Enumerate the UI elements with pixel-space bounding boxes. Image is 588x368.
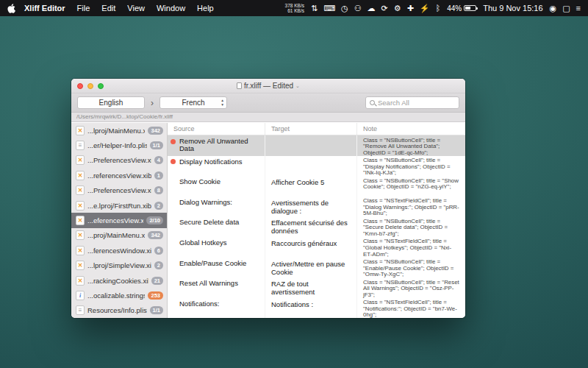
table-row[interactable]: Display NotificationsClass = "NSButtonCe… — [168, 156, 465, 177]
target-cell[interactable]: Notifications : — [265, 298, 357, 318]
power-icon[interactable]: ⚡ — [420, 0, 430, 16]
menu-item-view[interactable]: View — [127, 4, 145, 13]
network-throughput[interactable]: 378 KB/s 61 KB/s — [285, 3, 304, 14]
network-up-speed: 378 KB/s — [285, 3, 304, 9]
keyboard-icon[interactable]: ⌨ — [323, 0, 335, 16]
menu-item-help[interactable]: Help — [197, 4, 214, 13]
network-down-speed: 61 KB/s — [285, 8, 304, 14]
search-field[interactable] — [365, 96, 459, 109]
notification-center-icon[interactable]: ≡ — [576, 0, 581, 16]
user-icon[interactable]: ⚇ — [354, 0, 362, 16]
menu-bar-menus: FileEditViewWindowHelp — [77, 4, 214, 13]
column-header-note[interactable]: Note — [357, 125, 465, 132]
sidebar-item-badge: 253 — [148, 291, 163, 300]
sidebar-item[interactable]: ✕...PreferencesView.xib8 — [71, 183, 167, 198]
table-row[interactable]: Dialog Warnings:Avertissements de dialog… — [168, 197, 465, 217]
minimize-button[interactable] — [87, 83, 93, 89]
table-row[interactable]: Show CookieAfficher Cookie 5Class = "NSB… — [168, 176, 465, 197]
table-row[interactable]: Notifications:Notifications :Class = "NS… — [168, 298, 465, 318]
table-row[interactable]: Global HotkeysRaccourcis générauxClass =… — [168, 237, 465, 258]
sidebar-item[interactable]: ✕...ferencesWindow.xib6 — [71, 243, 167, 258]
source-text: Show Cookie — [179, 178, 260, 185]
sidebar-item-label: ...ferencesWindow.xib — [87, 247, 151, 255]
throughput-icon[interactable]: ⇅ — [311, 0, 318, 16]
note-cell: Class = "NSButtonCell"; title = "Show Co… — [357, 176, 465, 197]
app-menu[interactable]: Xliff Editor — [24, 4, 65, 13]
strings-icon: i — [76, 291, 85, 300]
sidebar-item[interactable]: ✕...PreferencesView.xib4 — [71, 153, 167, 168]
note-cell: Class = "NSButtonCell"; title = "Remove … — [357, 135, 465, 156]
display-icon[interactable]: ▢ — [562, 0, 570, 16]
sidebar-item-badge: 2 — [154, 261, 163, 269]
target-cell[interactable]: Avertissements de dialogue : — [265, 197, 357, 217]
sidebar-item-label: ...er/Helper-Info.plist — [87, 141, 147, 149]
xib-icon: ✕ — [76, 230, 85, 240]
xib-icon: ✕ — [76, 126, 85, 135]
source-cell: Display Notifications — [168, 156, 265, 177]
sidebar-item[interactable]: ✕...eferencesView.xib2/10 — [71, 213, 167, 227]
table-row[interactable]: Remove All Unwanted DataClass = "NSButto… — [168, 135, 465, 156]
apple-menu-icon[interactable] — [7, 4, 15, 13]
target-cell[interactable]: RAZ de tout avertissement — [265, 277, 357, 298]
sidebar-item[interactable]: ✕...lproj/MainMenu.xib342 — [71, 123, 167, 138]
table-row[interactable]: Reset All WarningsRAZ de tout avertissem… — [168, 277, 465, 298]
cloud-icon[interactable]: ☁ — [368, 0, 376, 16]
language-direction-arrow[interactable]: › — [150, 98, 154, 108]
target-cell[interactable]: Activer/Mettre en pause Cookie — [265, 258, 357, 278]
zoom-button[interactable] — [98, 83, 104, 89]
xib-icon: ✕ — [76, 276, 85, 286]
sidebar-item-label: ...lproj/SimpleView.xib — [87, 261, 151, 269]
sidebar-item-label: ...PreferencesView.xib — [87, 186, 151, 194]
note-cell: Class = "NSTextFieldCell"; title = "Glob… — [357, 237, 465, 258]
menu-item-window[interactable]: Window — [157, 4, 185, 13]
search-icon — [370, 100, 375, 105]
sidebar-item[interactable]: i...ocalizable.strings253 — [71, 288, 167, 302]
menu-bar-clock[interactable]: Thu 9 Nov 15:16 — [483, 4, 542, 13]
battery-indicator[interactable]: 44% — [447, 4, 476, 13]
sidebar-item-badge: 21 — [151, 277, 163, 285]
close-button[interactable] — [77, 83, 83, 89]
xib-icon: ✕ — [76, 201, 85, 210]
sidebar-item[interactable]: ✕...referencesView.xib1 — [71, 168, 167, 183]
target-language-popup[interactable]: French ▴▾ — [159, 96, 227, 109]
sidebar-item[interactable]: ✕...e.lproj/FirstRun.xib2 — [71, 198, 167, 213]
sidebar-item[interactable]: ≡Resources/Info.plist1/1 — [71, 303, 167, 318]
sidebar-item[interactable]: ✕...proj/MainMenu.xib342 — [71, 228, 167, 243]
menu-bar-status-area: 378 KB/s 61 KB/s ⇅⌨◷⚇☁⟳⚙✚⚡ᛒ 44% Thu 9 No… — [285, 0, 581, 16]
sidebar-item[interactable]: ✕...lproj/SimpleView.xib2 — [71, 258, 167, 273]
plus-icon[interactable]: ✚ — [407, 0, 414, 16]
target-cell[interactable]: Effacement sécurisé des données — [265, 216, 357, 237]
sync-icon[interactable]: ⟳ — [381, 0, 388, 16]
table-row[interactable]: Secure Delete dataEffacement sécurisé de… — [168, 216, 465, 237]
target-cell[interactable]: Raccourcis généraux — [265, 237, 357, 258]
window-titlebar[interactable]: fr.xliff — Edited ⌄ — [71, 79, 465, 93]
column-header-source[interactable]: Source — [168, 123, 265, 135]
bluetooth-icon[interactable]: ᛒ — [436, 0, 441, 16]
xib-icon: ✕ — [76, 185, 85, 195]
menu-item-file[interactable]: File — [77, 4, 90, 13]
source-language-button[interactable]: English — [77, 96, 145, 109]
sidebar-item[interactable]: ≡...er/Helper-Info.plist1/1 — [71, 138, 167, 152]
xib-icon: ✕ — [76, 155, 85, 165]
source-cell: Notifications: — [168, 298, 265, 318]
siri-icon[interactable]: ◉ — [550, 0, 557, 16]
xib-icon: ✕ — [76, 246, 85, 255]
sidebar-item-badge: 1 — [154, 171, 163, 180]
table-row[interactable]: Enable/Pause CookieActiver/Mettre en pau… — [168, 258, 465, 278]
target-cell[interactable]: Afficher Cookie 5 — [265, 176, 357, 197]
target-cell[interactable] — [265, 135, 357, 156]
target-cell[interactable] — [265, 156, 357, 177]
menu-item-edit[interactable]: Edit — [101, 4, 115, 13]
time-machine-icon[interactable]: ◷ — [341, 0, 348, 16]
source-text: Reset All Warnings — [179, 280, 260, 287]
sidebar-item[interactable]: ✕...rackingCookies.xib21 — [71, 273, 167, 288]
source-text: Notifications: — [179, 300, 260, 308]
status-icons: ⇅⌨◷⚇☁⟳⚙✚⚡ᛒ — [311, 0, 440, 16]
title-chevron-icon[interactable]: ⌄ — [295, 83, 300, 89]
menu-bar: Xliff Editor FileEditViewWindowHelp 378 … — [0, 0, 588, 16]
search-input[interactable] — [378, 99, 455, 107]
column-header-target[interactable]: Target — [265, 123, 357, 135]
source-text: Dialog Warnings: — [179, 199, 260, 206]
gear-icon[interactable]: ⚙ — [394, 0, 401, 16]
traffic-lights — [77, 83, 104, 89]
